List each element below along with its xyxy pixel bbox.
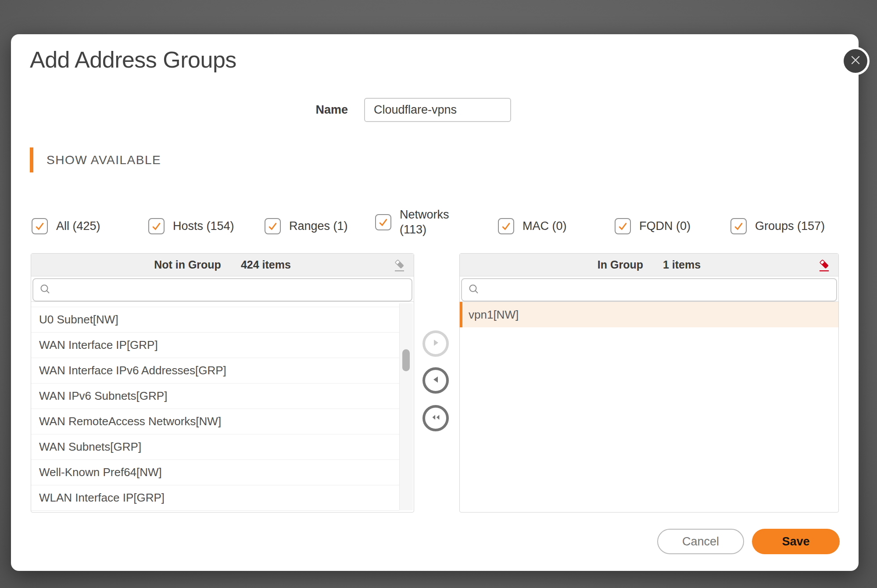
panel-title: In Group [598, 258, 643, 271]
checkbox-checked-icon[interactable] [148, 218, 165, 234]
list-item[interactable]: WAN Interface IPv6 Addresses[GRP] [31, 358, 399, 384]
list-item[interactable]: Well-Known Pref64[NW] [31, 460, 399, 485]
filter-checkbox-networks[interactable]: Networks (113) [375, 208, 455, 237]
panel-title: Not in Group [154, 258, 221, 271]
scrollbar-thumb[interactable] [402, 349, 410, 371]
not-in-group-panel: Not in Group 424 items [31, 253, 414, 513]
clear-selection-eraser-icon[interactable] [393, 258, 407, 272]
list-item[interactable]: WAN Subnets[GRP] [31, 434, 399, 460]
list-item[interactable]: WAN IPv6 Subnets[GRP] [31, 384, 399, 409]
partial-row [31, 302, 399, 307]
checkbox-checked-icon[interactable] [498, 218, 514, 234]
filter-label: Networks (113) [400, 208, 455, 237]
cancel-button[interactable]: Cancel [657, 529, 744, 554]
filter-label: FQDN (0) [639, 219, 691, 234]
checkbox-checked-icon[interactable] [615, 218, 631, 234]
panel-item-count: 424 items [241, 258, 291, 271]
list-item[interactable]: WAN RemoteAccess Networks[NW] [31, 409, 399, 434]
in-group-header: In Group 1 items [460, 254, 838, 276]
left-list-scrollbar[interactable] [399, 303, 413, 510]
list-item-label: WLAN Interface IP[GRP] [39, 491, 165, 505]
left-search-box[interactable] [32, 278, 412, 301]
list-item[interactable]: WLAN Interface IP[GRP] [31, 485, 399, 511]
right-search-row [460, 276, 838, 302]
not-in-group-header: Not in Group 424 items [31, 254, 414, 276]
panel-item-count: 1 items [663, 258, 701, 271]
right-search-input[interactable] [484, 279, 830, 301]
left-search-input[interactable] [55, 279, 405, 301]
list-item-label: WAN IPv6 Subnets[GRP] [39, 389, 167, 403]
close-icon [849, 54, 862, 68]
in-group-list: vpn1[NW] [460, 302, 838, 327]
left-search-row [31, 276, 414, 302]
list-item[interactable]: WAN Interface IP[GRP] [31, 333, 399, 358]
checkbox-checked-icon[interactable] [265, 218, 281, 234]
clear-group-eraser-icon[interactable] [817, 258, 831, 272]
filter-label: All (425) [56, 219, 100, 234]
filter-label: Hosts (154) [173, 219, 234, 234]
in-group-panel: In Group 1 items [459, 253, 839, 513]
add-address-groups-dialog: Add Address Groups Name SHOW AVAILABLE A… [11, 34, 859, 571]
filter-label: Groups (157) [755, 219, 825, 234]
filter-checkbox-all[interactable]: All (425) [32, 218, 100, 234]
list-item-label: WAN Interface IPv6 Addresses[GRP] [39, 364, 226, 377]
filter-checkbox-groups[interactable]: Groups (157) [730, 218, 825, 234]
list-item-label: WAN Subnets[GRP] [39, 440, 141, 454]
list-item[interactable]: U0 Subnet[NW] [31, 307, 399, 333]
not-in-group-list: U0 Subnet[NW] WAN Interface IP[GRP] WAN … [31, 302, 399, 511]
search-icon [468, 283, 480, 297]
move-right-button[interactable] [422, 330, 449, 357]
show-available-section: SHOW AVAILABLE [30, 147, 161, 172]
name-input[interactable] [364, 98, 511, 122]
name-row: Name [11, 98, 859, 122]
arrow-right-icon [430, 337, 441, 350]
list-item-label: WAN RemoteAccess Networks[NW] [39, 415, 221, 428]
move-left-button[interactable] [422, 367, 449, 394]
filter-checkbox-fqdn[interactable]: FQDN (0) [615, 218, 691, 234]
list-item-label: WAN Interface IP[GRP] [39, 338, 158, 352]
save-button[interactable]: Save [752, 529, 840, 554]
filter-checkbox-hosts[interactable]: Hosts (154) [148, 218, 234, 234]
selected-list-item[interactable]: vpn1[NW] [460, 302, 838, 327]
right-search-box[interactable] [461, 278, 837, 301]
double-arrow-left-icon [430, 412, 441, 424]
checkbox-checked-icon[interactable] [32, 218, 48, 234]
filter-label: Ranges (1) [289, 219, 348, 234]
filter-checkbox-mac[interactable]: MAC (0) [498, 218, 567, 234]
filter-checkbox-ranges[interactable]: Ranges (1) [265, 218, 348, 234]
list-item-label: vpn1[NW] [469, 308, 519, 322]
checkbox-checked-icon[interactable] [730, 218, 747, 234]
arrow-left-icon [430, 374, 441, 387]
accent-bar [30, 147, 33, 172]
name-label: Name [315, 103, 348, 117]
list-item-label: U0 Subnet[NW] [39, 313, 118, 326]
dialog-title: Add Address Groups [30, 47, 236, 73]
show-available-label: SHOW AVAILABLE [47, 153, 161, 167]
search-icon [39, 283, 51, 297]
filter-label: MAC (0) [523, 219, 567, 234]
move-all-left-button[interactable] [422, 405, 449, 431]
list-item-label: Well-Known Pref64[NW] [39, 466, 162, 479]
checkbox-checked-icon[interactable] [375, 214, 391, 230]
close-button[interactable] [841, 47, 870, 75]
